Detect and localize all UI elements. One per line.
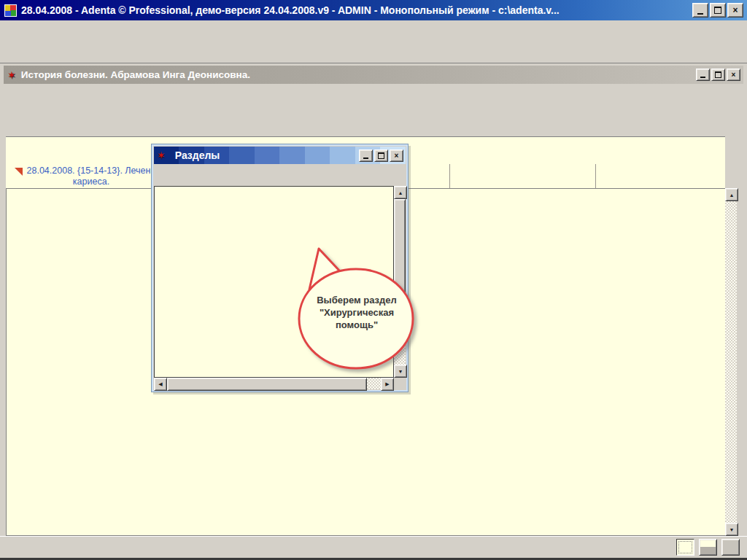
maximize-button[interactable] [710,3,726,18]
dialog-scroll-corner [394,378,406,389]
dialog-scroll-track[interactable] [394,310,406,365]
view-controls [612,538,740,556]
column-divider [595,164,596,188]
menu-bar [0,20,747,38]
main-scrollbar[interactable]: ▲ ▼ [725,188,738,536]
dialog-vscrollbar[interactable]: ▲ ▼ [394,186,406,378]
dialog-hscroll-track[interactable] [367,378,381,389]
dialog-icon: ✶ [157,149,166,161]
dialog-scroll-right-button[interactable]: ▶ [381,378,394,391]
window-title: 28.04.2008 - Adenta © Professional, демо… [21,4,692,16]
record-flag-icon [15,168,23,176]
dialog-hscrollbar[interactable]: ◀ ▶ [154,378,394,389]
dialog-scroll-up-button[interactable]: ▲ [394,186,407,199]
doc-close-button[interactable]: × [727,69,740,81]
dialog-title: Разделы [175,149,359,161]
patient-window-titlebar[interactable]: ✶ История болезни. Абрамова Инга Деонисо… [4,66,743,84]
doc-minimize-button[interactable] [696,69,710,81]
doc-restore-button[interactable] [711,69,725,81]
dialog-titlebar[interactable]: ✶ Разделы × [154,147,406,164]
record-header: 28.04.2008. {15-14-13}. Лечени кариеса. [25,166,158,187]
window-titlebar[interactable]: 28.04.2008 - Adenta © Professional, демо… [0,0,747,20]
patient-window-title: История болезни. Абрамова Инга Деонисовн… [21,69,696,80]
view-split-button[interactable] [699,539,717,556]
dialog-scroll-thumb[interactable] [394,199,406,310]
view-single-button[interactable] [676,539,694,556]
main-toolbar [0,38,747,63]
scroll-down-button[interactable]: ▼ [725,523,738,536]
minimize-button[interactable] [692,3,708,18]
scroll-up-button[interactable]: ▲ [725,188,738,201]
view-gray-button[interactable] [721,539,740,556]
close-button[interactable]: × [727,3,743,18]
scroll-track[interactable] [725,201,737,523]
layers-icon[interactable] [612,538,631,556]
sections-dialog: ✶ Разделы × ▲ ▼ ◀ ▶ [151,144,409,392]
patient-tabs [4,84,743,136]
dialog-minimize-button[interactable] [359,149,373,162]
dialog-maximize-button[interactable] [374,149,388,162]
dialog-scroll-left-button[interactable]: ◀ [154,378,167,391]
sections-grid [154,186,394,378]
dialog-toolbar [154,164,406,186]
dialog-hscroll-thumb[interactable] [167,378,367,391]
dialog-scroll-down-button[interactable]: ▼ [394,365,407,378]
app-icon [4,4,17,17]
dialog-close-button[interactable]: × [390,149,403,162]
tooth-star-icon: ✶ [7,69,16,81]
column-divider [449,164,450,188]
